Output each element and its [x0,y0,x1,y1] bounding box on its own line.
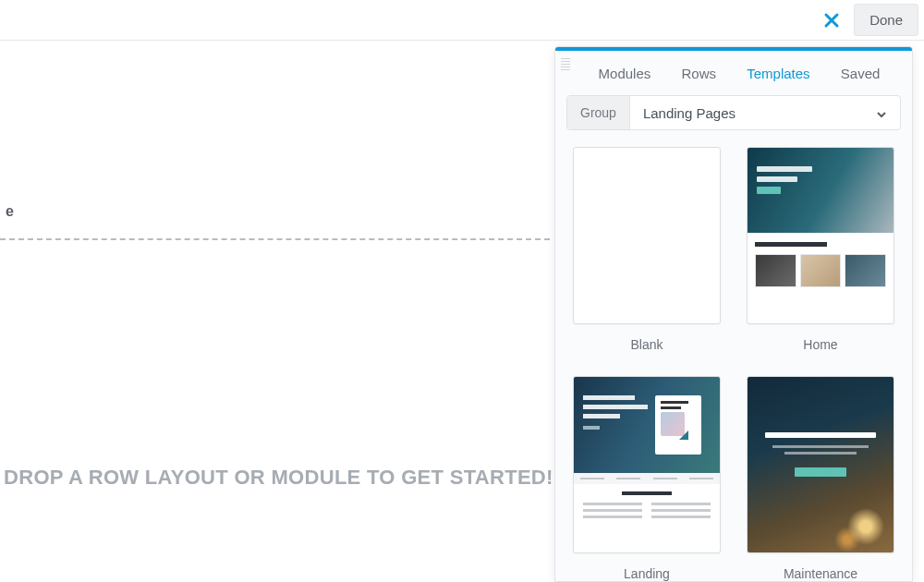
canvas-edge-label: e [0,203,14,220]
group-selected-value: Landing Pages [643,105,736,121]
template-caption: Landing [624,566,670,581]
template-thumbnail [747,147,894,324]
panel-arrow-icon [814,46,833,47]
close-icon[interactable] [819,7,845,33]
group-label: Group [567,96,630,129]
template-maintenance[interactable]: Maintenance [746,376,895,581]
template-caption: Blank [630,337,663,352]
group-select[interactable]: Landing Pages [630,96,900,129]
panel-tabs: Modules Rows Templates Saved [555,51,912,95]
tab-saved[interactable]: Saved [841,66,881,81]
template-thumbnail [747,376,894,553]
template-blank[interactable]: Blank [572,147,722,352]
templates-grid: Blank Home [555,141,912,581]
done-button[interactable]: Done [854,4,918,36]
template-caption: Home [803,337,837,352]
builder-topbar: Done [0,0,924,41]
template-landing[interactable]: Landing [572,376,722,581]
tab-templates[interactable]: Templates [747,66,809,81]
group-filter: Group Landing Pages [566,95,901,130]
template-home[interactable]: Home [746,147,895,352]
template-thumbnail [573,147,721,324]
chevron-down-icon [876,105,887,121]
content-panel: Modules Rows Templates Saved Group Landi… [554,46,913,582]
template-caption: Maintenance [784,566,857,581]
tab-modules[interactable]: Modules [599,66,651,81]
drop-message: DROP A ROW LAYOUT OR MODULE TO GET START… [4,466,553,490]
tab-rows[interactable]: Rows [682,66,717,81]
drag-handle-icon[interactable] [561,58,570,71]
templates-scroll[interactable]: Blank Home [555,141,912,581]
template-thumbnail [573,376,721,553]
drop-divider [0,238,550,240]
